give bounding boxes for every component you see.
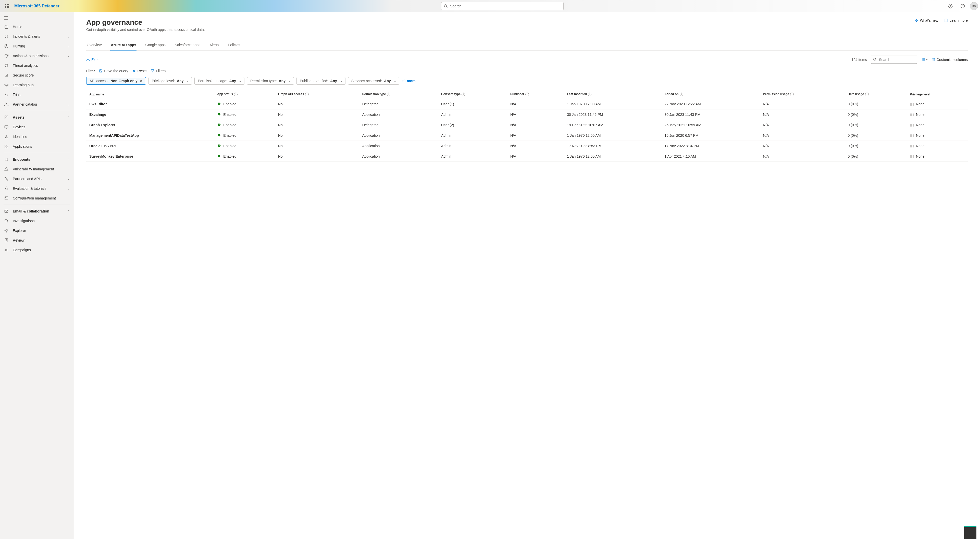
- sidebar-item-applications[interactable]: Applications: [0, 142, 74, 151]
- feedback-button[interactable]: [964, 526, 977, 539]
- sidebar-item-assets[interactable]: Assets⌃: [0, 113, 74, 122]
- tab-overview[interactable]: Overview: [86, 40, 102, 51]
- sidebar-item-hunting[interactable]: Hunting⌄: [0, 41, 74, 51]
- info-icon[interactable]: i: [461, 92, 465, 96]
- sidebar-item-investigations[interactable]: Investigations: [0, 216, 74, 226]
- sidebar-item-partners-and-apis[interactable]: Partners and APIs⌄: [0, 174, 74, 184]
- sidebar-item-endpoints[interactable]: Endpoints⌃: [0, 154, 74, 164]
- reset-button[interactable]: Reset: [132, 69, 147, 73]
- learn-more-link[interactable]: Learn more: [944, 18, 968, 22]
- sidebar-item-identities[interactable]: Identities: [0, 132, 74, 142]
- save-query-button[interactable]: Save the query: [99, 69, 128, 73]
- sidebar-item-learning-hub[interactable]: Learning hub: [0, 80, 74, 90]
- info-icon[interactable]: i: [387, 92, 390, 96]
- table-row[interactable]: Graph ExplorerEnabledNoDelegatedUser (2)…: [86, 120, 968, 130]
- group-button[interactable]: ▾: [921, 55, 928, 65]
- cell-privilege: None: [907, 110, 968, 120]
- sidebar-item-vulnerability-management[interactable]: Vulnerability management⌄: [0, 164, 74, 174]
- svg-point-18: [6, 45, 7, 47]
- column-header-graph-api-access[interactable]: Graph API accessi: [275, 90, 359, 99]
- global-search-input[interactable]: [441, 2, 563, 10]
- sidebar-item-partner-catalog[interactable]: Partner catalog⌄: [0, 100, 74, 109]
- review-icon: [4, 238, 9, 243]
- info-icon[interactable]: i: [525, 92, 529, 96]
- info-icon[interactable]: i: [680, 92, 683, 96]
- table-row[interactable]: ManagementAPIDataTestAppEnabledNoApplica…: [86, 130, 968, 141]
- export-button[interactable]: Export: [86, 58, 102, 62]
- filter-pill-permission-usage-[interactable]: Permission usage:Any⌄: [194, 77, 244, 85]
- sidebar-item-threat-analytics[interactable]: Threat analytics: [0, 61, 74, 70]
- sidebar-item-configuration-management[interactable]: Configuration management: [0, 193, 74, 203]
- sidebar-item-secure-score[interactable]: Secure score: [0, 70, 74, 80]
- svg-point-20: [5, 103, 6, 104]
- whats-new-link[interactable]: What's new: [915, 18, 938, 22]
- info-icon[interactable]: i: [790, 92, 794, 96]
- cell-publisher: N/A: [507, 151, 564, 162]
- tab-azure-ad-apps[interactable]: Azure AD apps: [110, 40, 137, 51]
- cell-privilege: None: [907, 99, 968, 110]
- sidebar-item-home[interactable]: Home: [0, 22, 74, 32]
- filter-pill-services-accessed-[interactable]: Services accessed:Any⌄: [348, 77, 399, 85]
- table-search-input[interactable]: [871, 56, 917, 64]
- column-header-last-modified[interactable]: Last modifiedi: [564, 90, 661, 99]
- sidebar-item-evaluation-tutorials[interactable]: Evaluation & tutorials⌄: [0, 184, 74, 193]
- hamburger-icon[interactable]: [0, 14, 74, 22]
- info-icon[interactable]: i: [305, 92, 309, 96]
- vuln-icon: [4, 167, 9, 172]
- svg-point-35: [7, 180, 8, 180]
- filter-pill-publisher-verified-[interactable]: Publisher verified:Any⌄: [296, 77, 345, 85]
- column-header-app-name[interactable]: App name↑: [86, 90, 214, 99]
- brand-link[interactable]: Microsoft 365 Defender: [14, 4, 59, 8]
- topbar-right: RS: [945, 1, 978, 11]
- table-row[interactable]: Oracle EBS PREEnabledNoApplicationAdminN…: [86, 141, 968, 151]
- info-icon[interactable]: i: [234, 92, 237, 96]
- column-header-privilege-level[interactable]: Privilege level: [907, 90, 968, 99]
- more-filters-link[interactable]: +1 more: [402, 79, 416, 83]
- column-header-app-status[interactable]: App statusi: [214, 90, 275, 99]
- svg-rect-3: [5, 6, 6, 6]
- filters-button[interactable]: Filters: [151, 69, 165, 73]
- cell-consent: User (1): [438, 99, 507, 110]
- filter-pill-api-access-[interactable]: API access:Non-Graph only✕: [86, 77, 146, 85]
- app-launcher-icon[interactable]: [2, 1, 12, 11]
- column-header-consent-type[interactable]: Consent typei: [438, 90, 507, 99]
- cell-consent: User (2): [438, 120, 507, 130]
- settings-icon[interactable]: [945, 1, 956, 11]
- column-header-permission-type[interactable]: Permission typei: [359, 90, 438, 99]
- table-row[interactable]: EwsEditorEnabledNoDelegatedUser (1)N/A1 …: [86, 99, 968, 110]
- info-icon[interactable]: i: [865, 92, 869, 96]
- column-header-data-usage[interactable]: Data usagei: [845, 90, 907, 99]
- column-header-publisher[interactable]: Publisheri: [507, 90, 564, 99]
- column-header-added-on[interactable]: Added oni: [661, 90, 760, 99]
- sidebar-item-explorer[interactable]: Explorer: [0, 226, 74, 235]
- sidebar-item-devices[interactable]: Devices: [0, 122, 74, 132]
- identity-icon: [4, 134, 9, 139]
- cell-publisher: N/A: [507, 130, 564, 141]
- table-row[interactable]: ExcahngeEnabledNoApplicationAdminN/A30 J…: [86, 110, 968, 120]
- sidebar-item-campaigns[interactable]: Campaigns: [0, 245, 74, 255]
- tab-policies[interactable]: Policies: [228, 40, 240, 51]
- customize-columns-button[interactable]: Customize columns: [932, 58, 968, 62]
- user-avatar[interactable]: RS: [970, 2, 978, 10]
- tab-google-apps[interactable]: Google apps: [145, 40, 166, 51]
- sidebar-item-trials[interactable]: Trials: [0, 90, 74, 100]
- sidebar-item-email-collaboration[interactable]: Email & collaboration⌃: [0, 207, 74, 216]
- cell-app-name: Graph Explorer: [86, 120, 214, 130]
- sidebar-item-review[interactable]: Review: [0, 235, 74, 245]
- search-icon: [873, 58, 877, 61]
- toolbar: Export 124 items ▾ Cu: [86, 55, 968, 65]
- column-header-permission-usage[interactable]: Permission usagei: [760, 90, 845, 99]
- table-row[interactable]: SurveyMonkey EnterpriseEnabledNoApplicat…: [86, 151, 968, 162]
- tab-alerts[interactable]: Alerts: [209, 40, 219, 51]
- help-icon[interactable]: [958, 1, 968, 11]
- tab-salesforce-apps[interactable]: Salesforce apps: [174, 40, 201, 51]
- sidebar-item-actions-submissions[interactable]: Actions & submissions⌄: [0, 51, 74, 61]
- filter-pill-permission-type-[interactable]: Permission type:Any⌄: [247, 77, 294, 85]
- info-icon[interactable]: i: [588, 92, 592, 96]
- sidebar-item-incidents-alerts[interactable]: Incidents & alerts⌄: [0, 32, 74, 41]
- close-icon[interactable]: ✕: [140, 79, 143, 83]
- svg-rect-28: [6, 145, 8, 146]
- chevron-down-icon: ⌄: [186, 79, 189, 83]
- filter-pill-privilege-level-[interactable]: Privilege level:Any⌄: [148, 77, 192, 85]
- nav-divider: [3, 111, 70, 111]
